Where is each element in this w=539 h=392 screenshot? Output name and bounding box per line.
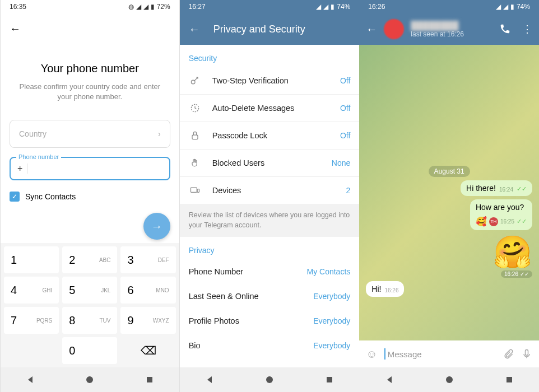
row-devices[interactable]: Devices 2	[180, 177, 360, 204]
lock-icon	[189, 130, 201, 141]
back-button[interactable]: ←	[10, 22, 21, 35]
page-subtitle: Please confirm your country code and ent…	[17, 82, 162, 102]
nav-back-icon[interactable]	[385, 375, 394, 384]
signal-icon: ◢	[503, 3, 508, 11]
wifi-icon: ◢	[496, 3, 501, 11]
status-bar: 16:26 ◢ ◢ ▮ 74%	[359, 0, 539, 13]
reaction-badge: TH	[489, 217, 498, 226]
page-title: Your phone number	[1, 62, 179, 75]
country-placeholder: Country	[19, 129, 47, 138]
privacy-row-phone[interactable]: Phone NumberMy Contacts	[180, 259, 360, 284]
svg-rect-5	[190, 188, 197, 192]
row-label: Two-Step Verification	[212, 76, 329, 85]
key-9[interactable]: 9WXYZ	[120, 307, 175, 334]
status-time: 16:35	[10, 3, 26, 11]
row-auto-delete[interactable]: Auto-Delete Messages Off	[180, 95, 360, 122]
nav-recent-icon[interactable]	[325, 375, 334, 384]
contact-status: last seen at 16:26	[411, 30, 492, 38]
emoji-icon[interactable]: ☺	[366, 348, 377, 361]
next-fab-button[interactable]: →	[143, 213, 170, 240]
hand-icon	[189, 157, 201, 169]
row-passcode[interactable]: Passcode Lock Off	[180, 122, 360, 150]
sync-contacts-row[interactable]: ✓ Sync Contacts	[10, 192, 170, 202]
privacy-row-lastseen[interactable]: Last Seen & OnlineEverybody	[180, 284, 360, 309]
nav-back-icon[interactable]	[205, 375, 214, 384]
reaction-emoji[interactable]: 🥰	[476, 216, 487, 227]
nav-home-icon[interactable]	[265, 375, 274, 384]
row-label: Devices	[212, 186, 335, 195]
wifi-icon: ◢	[136, 3, 141, 11]
battery-icon: ▮	[331, 3, 334, 11]
key-backspace[interactable]: ⌫	[120, 337, 175, 364]
section-security-title: Security	[180, 45, 360, 67]
key-2[interactable]: 2ABC	[62, 246, 117, 273]
message-out[interactable]: How are you? 🥰 TH 16:25 ✓✓	[470, 199, 532, 230]
nav-home-icon[interactable]	[85, 375, 94, 384]
nav-back-icon[interactable]	[26, 375, 35, 384]
country-selector[interactable]: Country ›	[10, 120, 170, 148]
signal-icon: ◢	[143, 3, 148, 11]
header-title: Privacy and Security	[213, 24, 305, 35]
key-8[interactable]: 8TUV	[62, 307, 117, 334]
date-chip: August 31	[429, 166, 470, 177]
nav-home-icon[interactable]	[445, 375, 454, 384]
key-1[interactable]: 1	[4, 246, 59, 273]
svg-rect-4	[192, 135, 198, 139]
key-0[interactable]: 0	[62, 337, 117, 364]
back-button[interactable]: ←	[189, 23, 200, 36]
numeric-keypad: 1 2ABC 3DEF 4GHI 5JKL 6MNO 7PQRS 8TUV 9W…	[1, 243, 179, 367]
mic-icon[interactable]	[521, 348, 532, 360]
row-value: None	[332, 158, 350, 167]
status-time: 16:26	[368, 3, 385, 11]
key-icon	[189, 75, 201, 86]
key-6[interactable]: 6MNO	[120, 277, 175, 304]
row-value: Off	[340, 104, 350, 113]
chat-header: ← ████████ last seen at 16:26 ⋮	[359, 13, 539, 45]
svg-rect-11	[507, 377, 512, 382]
privacy-row-bio[interactable]: BioEverybody	[180, 333, 360, 358]
contact-info[interactable]: ████████ last seen at 16:26	[411, 21, 492, 38]
message-text: Hi there!	[466, 184, 496, 193]
nav-recent-icon[interactable]	[505, 375, 514, 384]
phone-input-field[interactable]: Phone number +	[10, 157, 170, 180]
message-input[interactable]: Message	[384, 348, 496, 360]
attach-icon[interactable]	[503, 348, 514, 360]
contact-avatar[interactable]	[384, 19, 404, 39]
more-icon[interactable]: ⋮	[522, 23, 532, 35]
message-out[interactable]: Hi there! 16:24 ✓✓	[461, 180, 532, 196]
message-time: 16:24	[499, 186, 513, 193]
row-value: Off	[340, 76, 350, 85]
svg-point-10	[446, 376, 453, 383]
battery-icon: ▮	[151, 3, 155, 11]
hug-sticker: 🤗	[493, 234, 532, 270]
read-check-icon: ✓✓	[517, 218, 527, 225]
message-text: Hi!	[371, 284, 381, 293]
row-two-step[interactable]: Two-Step Verification Off	[180, 67, 360, 95]
key-7[interactable]: 7PQRS	[4, 307, 59, 334]
nav-recent-icon[interactable]	[145, 375, 154, 384]
svg-point-0	[86, 376, 93, 383]
back-button[interactable]: ←	[366, 23, 377, 36]
contact-name: ████████	[411, 21, 492, 30]
sync-label: Sync Contacts	[25, 192, 76, 201]
key-5[interactable]: 5JKL	[62, 277, 117, 304]
chat-input-bar: ☺ Message	[359, 340, 539, 367]
message-in[interactable]: Hi! 16:26	[366, 281, 404, 297]
phone-label: Phone number	[16, 153, 61, 160]
message-time: 16:26	[384, 287, 398, 293]
privacy-row-photos[interactable]: Profile PhotosEverybody	[180, 309, 360, 333]
key-empty	[4, 337, 59, 364]
row-blocked[interactable]: Blocked Users None	[180, 150, 360, 177]
call-icon[interactable]	[499, 23, 511, 35]
svg-rect-6	[197, 189, 199, 193]
row-value: 2	[346, 186, 351, 195]
chevron-right-icon: ›	[158, 129, 161, 138]
timer-icon	[189, 102, 201, 114]
key-4[interactable]: 4GHI	[4, 277, 59, 304]
sync-checkbox[interactable]: ✓	[10, 192, 20, 202]
wifi-icon: ◢	[316, 3, 321, 11]
sticker-message[interactable]: 🤗 16:26✓✓	[493, 234, 532, 278]
chat-body[interactable]: August 31 Hi there! 16:24 ✓✓ How are you…	[359, 45, 539, 340]
status-bar: 16:27 ◢ ◢ ▮ 74%	[180, 0, 360, 13]
key-3[interactable]: 3DEF	[120, 246, 175, 273]
